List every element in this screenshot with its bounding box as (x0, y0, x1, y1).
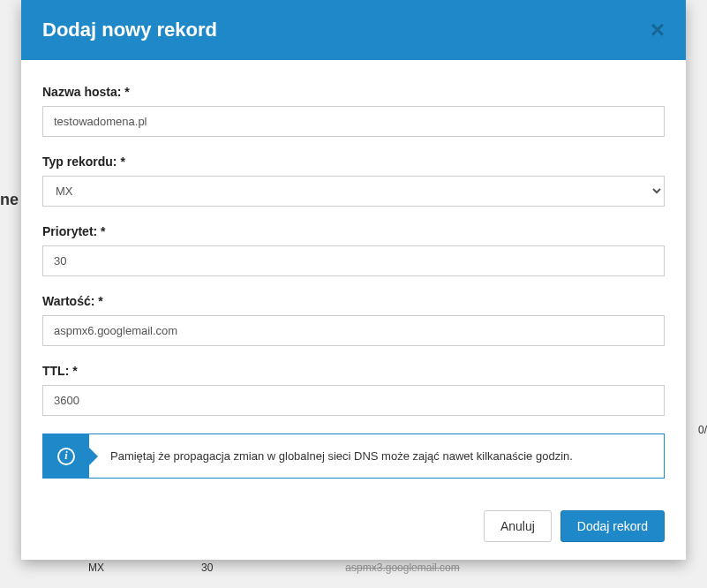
modal-footer: Anuluj Dodaj rekord (21, 500, 686, 560)
priority-label: Priorytet: * (42, 224, 665, 238)
modal-title: Dodaj nowy rekord (42, 19, 217, 41)
info-box: i Pamiętaj że propagacja zmian w globaln… (42, 433, 665, 479)
info-icon: i (57, 448, 75, 465)
record-type-group: Typ rekordu: * MX (42, 155, 665, 207)
priority-input[interactable] (42, 245, 665, 276)
modal-body: Nazwa hosta: * Typ rekordu: * MX Prioryt… (21, 60, 686, 500)
value-input[interactable] (42, 315, 665, 346)
modal-overlay: Dodaj nowy rekord × Nazwa hosta: * Typ r… (0, 0, 707, 588)
ttl-label: TTL: * (42, 364, 665, 378)
hostname-label: Nazwa hosta: * (42, 85, 665, 99)
ttl-group: TTL: * (42, 364, 665, 416)
hostname-group: Nazwa hosta: * (42, 85, 665, 137)
hostname-input[interactable] (42, 106, 665, 137)
value-group: Wartość: * (42, 294, 665, 346)
cancel-button[interactable]: Anuluj (484, 510, 552, 542)
record-type-label: Typ rekordu: * (42, 155, 665, 169)
modal-header: Dodaj nowy rekord × (21, 0, 686, 60)
record-type-select[interactable]: MX (42, 176, 665, 207)
add-record-modal: Dodaj nowy rekord × Nazwa hosta: * Typ r… (21, 0, 686, 560)
add-record-button[interactable]: Dodaj rekord (560, 510, 665, 542)
value-label: Wartość: * (42, 294, 665, 308)
info-icon-wrap: i (43, 434, 89, 478)
priority-group: Priorytet: * (42, 224, 665, 276)
close-icon[interactable]: × (651, 18, 665, 42)
ttl-input[interactable] (42, 385, 665, 416)
info-text: Pamiętaj że propagacja zmian w globalnej… (89, 434, 664, 478)
